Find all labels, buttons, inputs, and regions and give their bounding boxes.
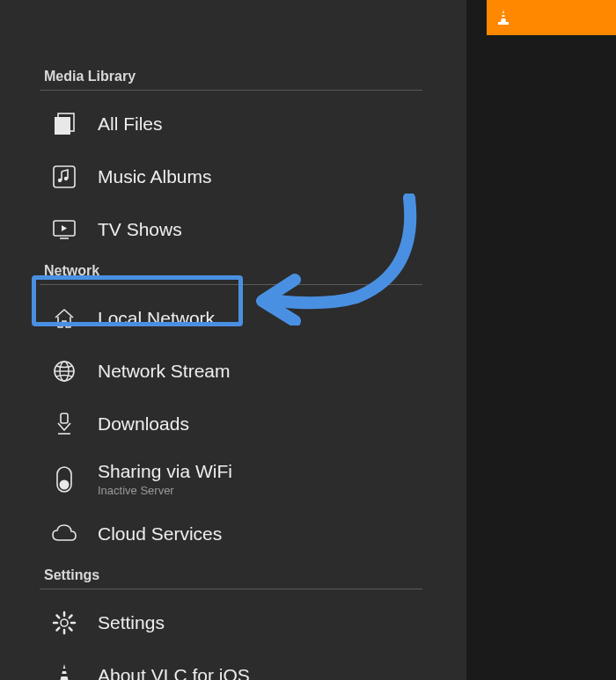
files-icon <box>48 108 80 140</box>
sidebar-item-label: Cloud Services <box>98 523 222 545</box>
svg-rect-4 <box>55 117 70 135</box>
svg-rect-5 <box>54 166 75 187</box>
svg-rect-18 <box>62 669 67 671</box>
sidebar-item-tv-shows[interactable]: TV Shows <box>0 203 466 256</box>
download-icon <box>48 408 80 440</box>
divider <box>40 90 422 91</box>
home-icon <box>48 303 80 334</box>
vlc-cone-icon <box>48 660 80 680</box>
sidebar-item-label: Network Stream <box>98 361 231 382</box>
sidebar: Media Library All Files Music Albums <box>0 0 466 680</box>
section-header-settings: Settings <box>0 560 422 589</box>
sidebar-item-music-albums[interactable]: Music Albums <box>0 150 466 203</box>
svg-point-7 <box>64 177 68 180</box>
sidebar-item-settings[interactable]: Settings <box>0 596 466 649</box>
sidebar-item-label: About VLC for iOS <box>98 665 250 680</box>
sidebar-item-label: All Files <box>98 113 163 135</box>
sidebar-item-sublabel: Inactive Server <box>98 484 232 497</box>
sidebar-item-label: Sharing via WiFi <box>98 461 232 482</box>
sidebar-item-sharing-wifi[interactable]: Sharing via WiFi Inactive Server <box>0 450 466 508</box>
sidebar-item-local-network[interactable]: Local Network <box>0 292 466 345</box>
gear-icon <box>48 607 80 639</box>
svg-rect-0 <box>498 22 509 25</box>
top-bar <box>487 0 616 35</box>
sidebar-item-label: Local Network <box>98 308 215 329</box>
sidebar-item-label: Settings <box>98 612 165 633</box>
svg-rect-1 <box>502 13 505 15</box>
svg-point-16 <box>60 479 70 489</box>
svg-rect-13 <box>61 413 68 423</box>
tv-icon <box>48 214 80 245</box>
sidebar-item-network-stream[interactable]: Network Stream <box>0 345 466 398</box>
globe-icon <box>48 355 80 387</box>
cloud-icon <box>48 518 80 550</box>
sidebar-item-about[interactable]: About VLC for iOS <box>0 649 466 680</box>
right-panel <box>487 35 616 680</box>
sidebar-item-cloud-services[interactable]: Cloud Services <box>0 508 466 560</box>
music-icon <box>48 161 80 193</box>
sidebar-item-label: Music Albums <box>98 166 212 187</box>
divider <box>40 589 422 589</box>
svg-point-6 <box>58 179 62 182</box>
svg-rect-19 <box>61 674 68 676</box>
separator-strip <box>466 0 487 680</box>
toggle-icon <box>48 464 80 495</box>
section-header-network: Network <box>0 256 422 284</box>
svg-point-17 <box>61 619 68 626</box>
divider <box>40 284 422 285</box>
sidebar-item-label: Downloads <box>98 413 189 435</box>
section-header-media: Media Library <box>0 62 422 90</box>
svg-rect-2 <box>501 17 506 18</box>
sidebar-item-downloads[interactable]: Downloads <box>0 398 466 450</box>
sidebar-item-all-files[interactable]: All Files <box>0 98 466 150</box>
vlc-cone-icon <box>495 9 511 26</box>
sidebar-item-label: TV Shows <box>98 219 182 240</box>
